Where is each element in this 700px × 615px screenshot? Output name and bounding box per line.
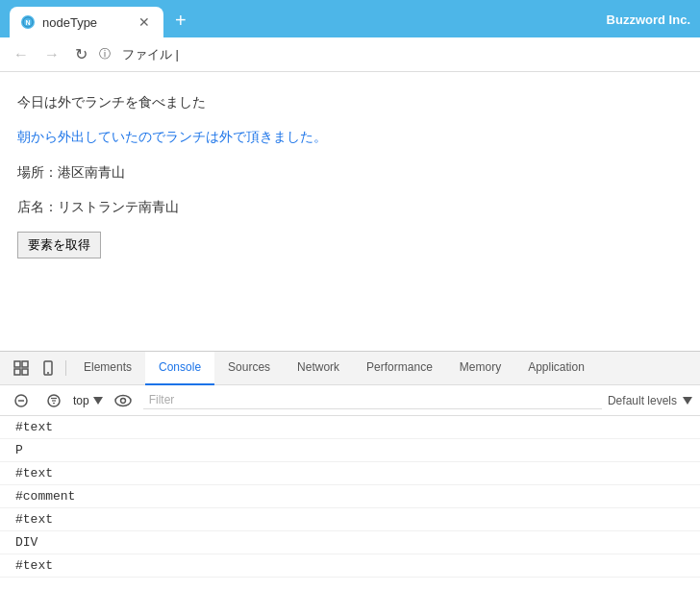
svg-rect-3	[14, 369, 20, 375]
svg-point-15	[115, 395, 131, 406]
console-line[interactable]: #text	[0, 554, 700, 578]
console-output: #text P #text #comment #text DIV #text	[0, 416, 700, 615]
tab-application[interactable]: Application	[514, 352, 598, 385]
devtools-panel: Elements Console Sources Network Perform…	[0, 351, 700, 615]
console-line[interactable]: #text	[0, 508, 700, 531]
devtools-mobile-icon[interactable]	[35, 357, 62, 380]
browser-tab[interactable]: N nodeType ✕	[10, 7, 163, 37]
page-line3: 場所：港区南青山	[17, 161, 683, 183]
new-tab-button[interactable]: +	[167, 6, 194, 36]
clear-console-button[interactable]	[8, 389, 35, 412]
console-line[interactable]: DIV	[0, 531, 700, 554]
page-line3-place: 港区南青山	[58, 164, 125, 180]
tab-favicon: N	[21, 15, 35, 29]
browser-brand: Buzzword Inc.	[607, 12, 690, 27]
console-line[interactable]: #text	[0, 462, 700, 485]
default-levels-chevron	[683, 397, 692, 405]
page-content: 今日は外でランチを食べました 朝から外出していたのでランチは外で頂きました。 場…	[0, 72, 700, 351]
address-input[interactable]	[118, 45, 690, 63]
tab-network[interactable]: Network	[284, 352, 353, 385]
tab-performance[interactable]: Performance	[353, 352, 446, 385]
page-line4: 店名：リストランテ南青山	[17, 196, 683, 217]
tab-memory[interactable]: Memory	[446, 352, 514, 385]
svg-rect-4	[22, 361, 28, 367]
tab-console[interactable]: Console	[145, 352, 214, 385]
page-line2: 朝から外出していたのでランチは外で頂きました。	[17, 126, 683, 147]
tab-bar: N nodeType ✕ + Buzzword Inc.	[10, 6, 690, 37]
page-line3-prefix: 場所：	[17, 164, 58, 180]
devtools-separator	[65, 360, 66, 376]
url-info-icon: ⓘ	[99, 46, 111, 62]
tab-sources[interactable]: Sources	[214, 352, 284, 385]
console-line[interactable]: #text	[0, 416, 700, 439]
svg-rect-2	[14, 361, 20, 367]
svg-point-16	[120, 398, 125, 403]
svg-text:N: N	[25, 19, 30, 26]
filter-toggle-button[interactable]	[40, 389, 67, 412]
page-line4-prefix: 店名：	[17, 199, 58, 214]
eye-icon-button[interactable]	[109, 390, 138, 411]
svg-marker-17	[683, 397, 692, 405]
console-line[interactable]: P	[0, 439, 700, 462]
default-levels-label: Default levels	[608, 394, 677, 407]
page-line1: 今日は外でランチを食べました	[17, 91, 683, 112]
back-button[interactable]: ←	[10, 44, 33, 65]
devtools-toolbar: top Default levels	[0, 385, 700, 416]
forward-button[interactable]: →	[40, 44, 63, 65]
tab-title: nodeType	[42, 15, 129, 30]
page-line4-name: リストランテ南青山	[58, 199, 179, 214]
console-line[interactable]: #comment	[0, 485, 700, 508]
svg-rect-5	[22, 369, 28, 375]
tab-elements[interactable]: Elements	[70, 352, 145, 385]
reload-button[interactable]: ↻	[71, 43, 91, 65]
get-element-button[interactable]: 要素を取得	[17, 232, 101, 258]
context-selector[interactable]: top	[73, 394, 103, 407]
browser-chrome: N nodeType ✕ + Buzzword Inc.	[0, 0, 700, 37]
tab-close-button[interactable]: ✕	[137, 14, 152, 30]
address-bar: ← → ↻ ⓘ	[0, 37, 700, 72]
devtools-inspect-icon[interactable]	[8, 357, 35, 380]
devtools-tab-bar: Elements Console Sources Network Perform…	[0, 352, 700, 385]
svg-marker-14	[93, 397, 103, 405]
filter-input[interactable]	[143, 391, 602, 409]
context-value: top	[73, 394, 89, 407]
